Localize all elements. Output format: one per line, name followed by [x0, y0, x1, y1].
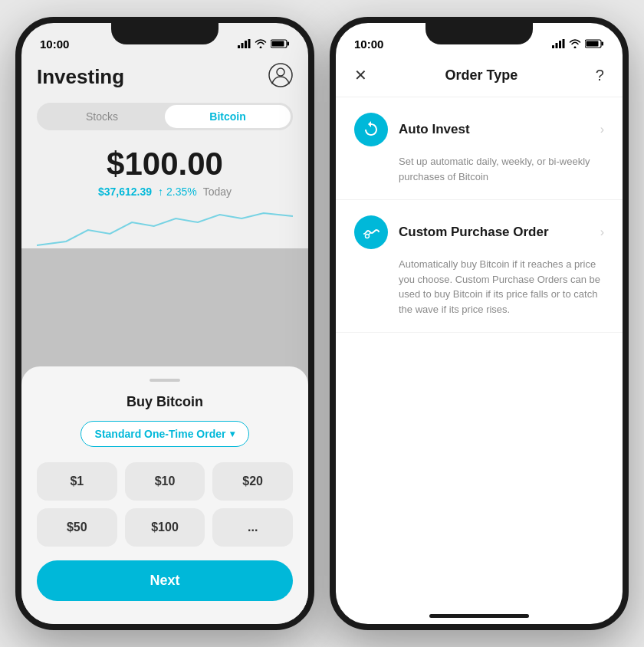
phones-container: 10:00 [0, 0, 644, 647]
wifi-icon-right [569, 39, 581, 48]
custom-purchase-left: Custom Purchase Order [354, 215, 549, 249]
close-button[interactable]: ✕ [354, 66, 367, 84]
bottom-sheet: Buy Bitcoin Standard One-Time Order ▾ $1… [21, 366, 308, 624]
price-period: Today [203, 186, 232, 198]
svg-line-17 [369, 232, 371, 235]
notch-right [426, 23, 533, 44]
amount-1[interactable]: $1 [37, 462, 117, 501]
svg-rect-0 [238, 45, 240, 48]
custom-purchase-row: Custom Purchase Order › [354, 215, 604, 249]
amount-grid: $1 $10 $20 $50 $100 ... [37, 462, 293, 547]
svg-rect-11 [559, 41, 561, 48]
signal-icon-right [552, 39, 565, 48]
amount-more[interactable]: ... [212, 508, 293, 547]
wifi-icon [255, 39, 267, 48]
svg-rect-9 [552, 45, 554, 48]
custom-purchase-name: Custom Purchase Order [399, 225, 549, 240]
custom-purchase-description: Automatically buy Bitcoin if it reaches … [354, 257, 604, 317]
notch [111, 23, 219, 44]
amount-50[interactable]: $50 [37, 508, 117, 547]
header-title: Order Type [445, 67, 518, 84]
chart-area [37, 207, 293, 253]
left-phone-content: Investing Stocks Bitcoin $100.00 $ [21, 57, 308, 624]
amount-10[interactable]: $10 [125, 462, 205, 501]
order-type-button[interactable]: Standard One-Time Order ▾ [80, 421, 250, 447]
time-right: 10:00 [354, 38, 383, 51]
auto-invest-left: Auto Invest [354, 113, 470, 146]
home-indicator-right [429, 614, 529, 618]
time-left: 10:00 [40, 38, 69, 51]
tabs: Stocks Bitcoin [37, 103, 293, 130]
amount-20[interactable]: $20 [212, 462, 293, 501]
signal-icon [238, 39, 251, 48]
auto-invest-name: Auto Invest [399, 122, 470, 137]
right-phone: 10:00 [330, 17, 629, 630]
svg-rect-14 [602, 42, 604, 46]
order-type-header: ✕ Order Type ? [336, 57, 623, 97]
custom-purchase-chevron-icon: › [600, 225, 604, 239]
investing-title: Investing [37, 65, 124, 89]
auto-invest-chevron-icon: › [600, 123, 604, 136]
chevron-down-icon: ▾ [230, 429, 235, 439]
custom-purchase-option[interactable]: Custom Purchase Order › Automatically bu… [336, 200, 623, 333]
refresh-icon [362, 120, 380, 139]
next-button[interactable]: Next [37, 560, 293, 601]
price-display: $100.00 $37,612.39 ↑ 2.35% Today [37, 146, 293, 198]
sheet-handle [150, 379, 180, 382]
price-main: $100.00 [37, 146, 293, 182]
svg-rect-3 [248, 39, 251, 48]
left-phone: 10:00 [15, 17, 314, 630]
svg-rect-10 [556, 43, 558, 48]
custom-purchase-icon [354, 215, 388, 249]
status-icons-right [552, 39, 604, 48]
help-button[interactable]: ? [596, 67, 604, 84]
order-type-label: Standard One-Time Order [95, 428, 226, 440]
sheet-title: Buy Bitcoin [37, 394, 293, 410]
svg-rect-15 [586, 41, 599, 47]
auto-invest-icon [354, 113, 388, 146]
svg-point-16 [366, 235, 370, 238]
investing-header: Investing [37, 57, 293, 103]
auto-invest-row: Auto Invest › [354, 113, 604, 146]
chart-wave-icon [362, 223, 380, 241]
profile-icon[interactable] [268, 63, 293, 90]
svg-point-8 [277, 68, 284, 76]
svg-rect-6 [272, 41, 284, 47]
right-phone-content: ✕ Order Type ? Auto Invest [336, 57, 623, 624]
battery-icon [271, 39, 290, 48]
price-sub: $37,612.39 ↑ 2.35% Today [37, 186, 293, 198]
auto-invest-description: Set up automatic daily, weekly, or bi-we… [354, 154, 604, 184]
svg-rect-5 [288, 42, 290, 46]
status-icons-left [238, 39, 290, 48]
tab-bitcoin[interactable]: Bitcoin [165, 105, 291, 128]
battery-icon-right [585, 39, 604, 48]
svg-rect-1 [242, 43, 244, 48]
svg-rect-12 [563, 39, 565, 48]
svg-rect-2 [245, 41, 247, 48]
tab-stocks[interactable]: Stocks [39, 105, 165, 128]
auto-invest-option[interactable]: Auto Invest › Set up automatic daily, we… [336, 97, 623, 200]
amount-100[interactable]: $100 [125, 508, 205, 547]
price-change: ↑ 2.35% [158, 186, 197, 198]
price-btc: $37,612.39 [98, 186, 152, 198]
